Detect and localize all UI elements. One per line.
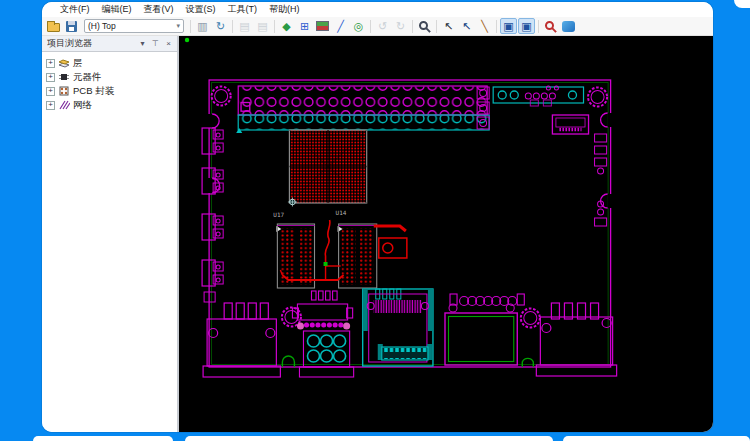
- tree-item-label: 层: [73, 57, 83, 70]
- red-component[interactable]: [379, 238, 407, 258]
- footprint-icon: [58, 85, 70, 97]
- refresh-button[interactable]: ↻: [212, 18, 229, 34]
- find-component-button[interactable]: ◎: [350, 18, 367, 34]
- view-window-toggle[interactable]: ▣: [500, 18, 517, 34]
- toolbar-separator: [232, 20, 233, 33]
- expand-icon[interactable]: +: [46, 87, 55, 96]
- mounting-hole[interactable]: [212, 87, 231, 106]
- panel-header: 项目浏览器 ▾ ⊤ ×: [42, 36, 177, 52]
- open-button[interactable]: [45, 18, 62, 34]
- highlight-brush-button[interactable]: ╲: [476, 18, 493, 34]
- usb-connector-right[interactable]: [536, 303, 616, 376]
- layer-select-dropdown[interactable]: (H) Top ▾: [84, 19, 184, 33]
- tree-item-label: 网络: [73, 99, 92, 112]
- toolbar-separator: [436, 20, 437, 33]
- pcb-canvas[interactable]: U17 U14: [179, 36, 713, 432]
- tree-item-layers[interactable]: + 层: [46, 56, 177, 70]
- mounting-hole[interactable]: [588, 88, 607, 107]
- panel-menu-button[interactable]: ▾: [137, 38, 148, 49]
- chevron-down-icon: ▾: [176, 22, 180, 30]
- layer-colors-icon: [316, 21, 329, 31]
- undo-button[interactable]: ↺: [374, 18, 391, 34]
- open-folder-icon: [47, 23, 60, 32]
- adjacent-thumbnail-corner: [734, 0, 750, 8]
- select-pointer-button[interactable]: ↖: [440, 18, 457, 34]
- magnifier-icon: [419, 21, 428, 30]
- nets-icon: [58, 99, 70, 111]
- toolbar: (H) Top ▾ ▥ ↻ ▤ ▤ ◆ ⊞ ╱ ◎ ↺ ↻ ↖ ↖ ╲ ▣ ▣: [42, 17, 713, 36]
- fpc-connector[interactable]: [552, 115, 588, 134]
- cross-probe-button[interactable]: [560, 18, 577, 34]
- u14-label: U14: [336, 209, 347, 216]
- redo-button[interactable]: ↻: [392, 18, 409, 34]
- menu-bar: 文件(F) 编辑(E) 查看(V) 设置(S) 工具(T) 帮助(H): [42, 2, 713, 17]
- right-edge-components[interactable]: [595, 134, 607, 226]
- thumbnail-strip-item[interactable]: [563, 436, 750, 441]
- draw-line-button[interactable]: ╱: [332, 18, 349, 34]
- zoom-highlight-button[interactable]: [542, 18, 559, 34]
- project-browser-panel: 项目浏览器 ▾ ⊤ × + 层 + 元器件: [42, 36, 179, 432]
- save-button[interactable]: [63, 18, 80, 34]
- origin-marker: [185, 38, 189, 42]
- place-component-button[interactable]: ◆: [278, 18, 295, 34]
- view-board-toggle[interactable]: ▣: [518, 18, 535, 34]
- thumbnail-strip-item[interactable]: [185, 436, 553, 441]
- expand-icon[interactable]: +: [46, 59, 55, 68]
- top-right-connector[interactable]: [477, 86, 583, 129]
- toolbar-separator: [412, 20, 413, 33]
- layer-select-value: (H) Top: [88, 21, 116, 31]
- cross-probe-icon: [562, 21, 575, 32]
- expand-icon[interactable]: +: [46, 73, 55, 82]
- next-view-button[interactable]: ▤: [254, 18, 271, 34]
- panel-pin-button[interactable]: ⊤: [150, 38, 161, 49]
- toolbar-separator: [190, 20, 191, 33]
- menu-file[interactable]: 文件(F): [55, 2, 95, 17]
- tree-item-nets[interactable]: + 网络: [46, 98, 177, 112]
- ethernet-connector[interactable]: [445, 294, 524, 365]
- toolbar-separator: [370, 20, 371, 33]
- pcb-editor-window: 文件(F) 编辑(E) 查看(V) 设置(S) 工具(T) 帮助(H) (H) …: [42, 2, 713, 432]
- ic-chip-icon: [58, 71, 70, 83]
- mounting-hole[interactable]: [521, 309, 540, 328]
- panel-title: 项目浏览器: [47, 37, 135, 50]
- menu-setup[interactable]: 设置(S): [181, 2, 221, 17]
- attach-file-button[interactable]: ▥: [194, 18, 211, 34]
- tree-item-components[interactable]: + 元器件: [46, 70, 177, 84]
- prev-view-button[interactable]: ▤: [236, 18, 253, 34]
- menu-view[interactable]: 查看(V): [139, 2, 179, 17]
- toolbar-separator: [274, 20, 275, 33]
- menu-tools[interactable]: 工具(T): [223, 2, 263, 17]
- toolbar-separator: [496, 20, 497, 33]
- tree-item-label: 元器件: [73, 71, 102, 84]
- hdmi-connector[interactable]: [363, 289, 433, 366]
- chip-u17[interactable]: U17: [273, 211, 314, 288]
- save-floppy-icon: [66, 21, 77, 32]
- usb-connector-left[interactable]: [203, 303, 280, 377]
- via: [324, 262, 328, 266]
- pcb-drawing: U17 U14: [179, 36, 713, 432]
- thumbnail-strip-item[interactable]: [33, 436, 173, 441]
- menu-help[interactable]: 帮助(H): [264, 2, 305, 17]
- layers-icon: [58, 57, 70, 69]
- listing-background: { "frame": {"background_color": "#0689f2…: [0, 0, 750, 441]
- tree-item-footprints[interactable]: + PCB 封装: [46, 84, 177, 98]
- layer-colors-button[interactable]: [314, 18, 331, 34]
- u17-label: U17: [273, 211, 284, 218]
- red-magnifier-icon: [545, 21, 554, 30]
- tree-item-label: PCB 封装: [73, 85, 114, 98]
- bga-chip[interactable]: [288, 130, 367, 207]
- menu-edit[interactable]: 编辑(E): [97, 2, 137, 17]
- select-net-button[interactable]: ↖: [458, 18, 475, 34]
- left-edge-components[interactable]: [202, 128, 223, 302]
- grid-settings-button[interactable]: ⊞: [296, 18, 313, 34]
- project-tree: + 层 + 元器件 +: [42, 52, 177, 112]
- toolbar-separator: [538, 20, 539, 33]
- gpio-header[interactable]: [236, 86, 489, 133]
- panel-close-button[interactable]: ×: [163, 38, 174, 49]
- zoom-button[interactable]: [416, 18, 433, 34]
- expand-icon[interactable]: +: [46, 101, 55, 110]
